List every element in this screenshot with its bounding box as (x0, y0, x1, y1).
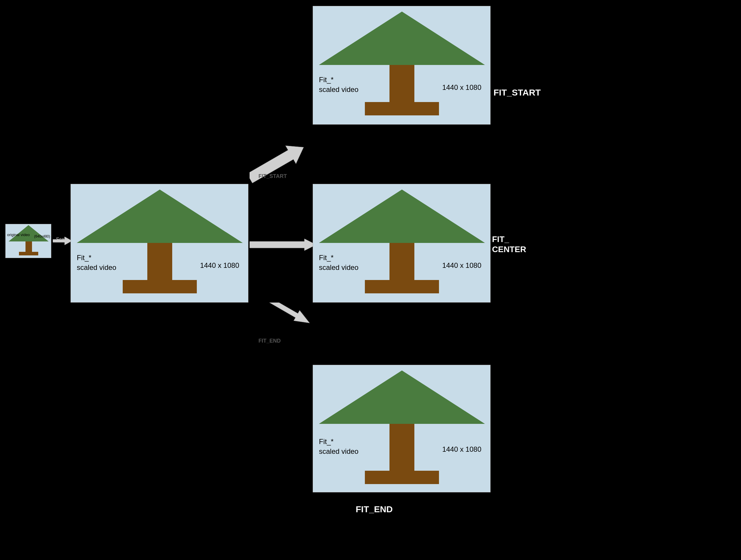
fit-start-label-right: 1440 x 1080 (442, 83, 481, 91)
fit-center-label-right: 1440 x 1080 (442, 261, 481, 270)
svg-marker-11 (253, 303, 313, 328)
fit-end-label-right: 1440 x 1080 (442, 445, 481, 453)
svg-rect-18 (365, 280, 439, 293)
fit-start-tree-svg (313, 6, 490, 124)
center-scaled-video-box: Fit_*scaled video 1440 x 1080 (71, 184, 248, 303)
fit-end-label-left: Fit_*scaled video (319, 437, 358, 456)
svg-rect-5 (147, 243, 172, 282)
svg-text:FIT_END: FIT_END (259, 338, 281, 344)
fit-center-label-left: Fit_*scaled video (319, 253, 358, 272)
fit-center-arrow: FIT_CENTER (250, 237, 318, 252)
svg-marker-7 (250, 145, 309, 187)
svg-marker-16 (319, 190, 485, 243)
center-box-label-left: Fit_*scaled video (77, 253, 116, 272)
fit-center-mode-label: FIT_CENTER (492, 234, 526, 254)
svg-rect-21 (365, 471, 439, 484)
fit-start-label-left: Fit_*scaled video (319, 75, 358, 95)
scale-label: Scale (56, 237, 68, 242)
svg-rect-14 (390, 65, 414, 104)
center-tree-svg (71, 184, 248, 302)
svg-rect-17 (390, 243, 414, 282)
center-box-label-right: 1440 x 1080 (200, 261, 239, 270)
fit-end-tree-svg (313, 365, 490, 492)
fit-start-mode-label: FIT_START (493, 87, 541, 98)
original-video-label: original video (7, 233, 30, 246)
svg-rect-2 (19, 252, 38, 255)
fit-end-arrow: FIT_END (250, 303, 318, 350)
svg-text:FIT_START: FIT_START (259, 173, 287, 179)
svg-marker-9 (250, 239, 316, 251)
original-video-box: original video (640x480) (5, 224, 51, 258)
fit-start-arrow: FIT_START (250, 145, 318, 193)
original-video-size: (640x480) (34, 234, 50, 239)
svg-rect-20 (390, 424, 414, 473)
fit-end-video-box: Fit_*scaled video 1440 x 1080 (313, 365, 490, 492)
svg-marker-13 (319, 12, 485, 65)
fit-start-video-box: Fit_*scaled video 1440 x 1080 (313, 6, 490, 125)
svg-marker-4 (77, 190, 243, 243)
fit-center-video-box: Fit_*scaled video 1440 x 1080 (313, 184, 490, 303)
svg-marker-19 (319, 370, 485, 424)
fit-end-mode-label: FIT_END (356, 504, 393, 514)
svg-rect-6 (123, 280, 197, 293)
fit-center-tree-svg (313, 184, 490, 302)
svg-rect-15 (365, 102, 439, 115)
